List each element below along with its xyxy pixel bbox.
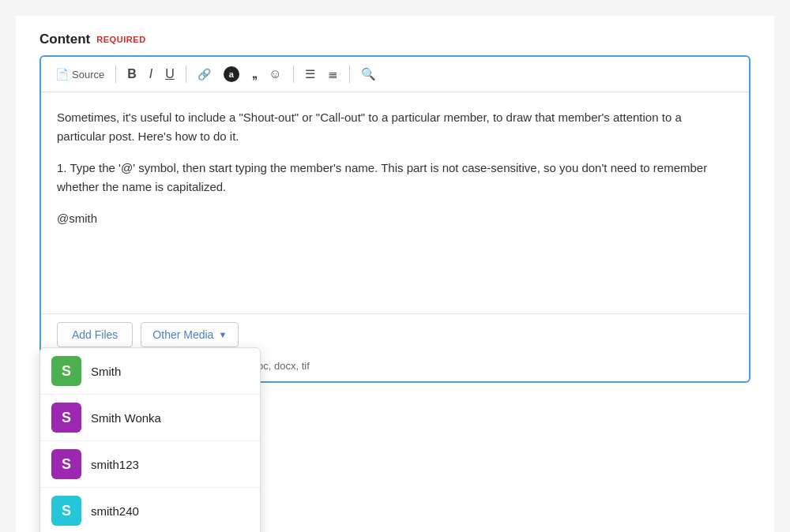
editor-content-area[interactable]: Sometimes, it's useful to include a "Sho… bbox=[41, 92, 749, 313]
mention-item-smith-wonka[interactable]: S Smith Wonka bbox=[40, 395, 260, 441]
toolbar-divider-2 bbox=[186, 66, 186, 83]
search-content-icon: 🔍 bbox=[361, 67, 376, 81]
quote-icon: ,, bbox=[252, 66, 256, 82]
ordered-list-icon: ≣ bbox=[328, 67, 338, 81]
toolbar: 📄 Source B I U 🔗 a ,, bbox=[41, 57, 749, 92]
underline-button[interactable]: U bbox=[160, 64, 179, 84]
bold-button[interactable]: B bbox=[122, 64, 141, 84]
mention-dropdown: S Smith S Smith Wonka S smith123 S smith… bbox=[40, 347, 261, 532]
emoji-icon: ☺ bbox=[269, 67, 281, 81]
mention-name-smith-wonka: Smith Wonka bbox=[91, 411, 161, 425]
mention-name-smith123: smith123 bbox=[91, 458, 139, 471]
avatar-smith240: S bbox=[51, 496, 81, 526]
quote-button[interactable]: ,, bbox=[247, 63, 261, 85]
avatar-smith123: S bbox=[51, 449, 81, 479]
mention-item-smith[interactable]: S Smith bbox=[40, 348, 260, 395]
add-files-button[interactable]: Add Files bbox=[57, 322, 133, 347]
source-button[interactable]: 📄 Source bbox=[51, 65, 109, 84]
italic-button[interactable]: I bbox=[145, 64, 157, 84]
field-label-text: Content bbox=[40, 32, 90, 47]
bullet-list-button[interactable]: ☰ bbox=[300, 64, 320, 84]
link-button[interactable]: 🔗 bbox=[193, 65, 216, 84]
toolbar-divider-1 bbox=[115, 66, 116, 83]
avatar-smith: S bbox=[51, 356, 81, 386]
ordered-list-button[interactable]: ≣ bbox=[323, 64, 343, 84]
chevron-down-icon: ▼ bbox=[218, 330, 227, 339]
avatar-smith-wonka: S bbox=[51, 403, 81, 433]
link-icon: 🔗 bbox=[198, 68, 211, 81]
editor-paragraph-1: Sometimes, it's useful to include a "Sho… bbox=[57, 108, 733, 146]
field-label-row: Content REQUIRED bbox=[40, 32, 750, 47]
editor-paragraph-2: 1. Type the '@' symbol, then start typin… bbox=[57, 159, 733, 197]
other-media-button[interactable]: Other Media ▼ bbox=[141, 322, 239, 347]
amazon-icon: a bbox=[224, 66, 239, 82]
search-content-button[interactable]: 🔍 bbox=[356, 64, 381, 84]
toolbar-divider-3 bbox=[293, 66, 294, 83]
emoji-button[interactable]: ☺ bbox=[264, 64, 286, 84]
toolbar-divider-4 bbox=[349, 66, 350, 83]
source-file-icon: 📄 bbox=[55, 68, 69, 81]
amazon-button[interactable]: a bbox=[219, 63, 244, 85]
mention-item-smith240[interactable]: S smith240 bbox=[40, 488, 260, 532]
mention-item-smith123[interactable]: S smith123 bbox=[40, 441, 260, 488]
required-badge: REQUIRED bbox=[96, 35, 145, 44]
editor-container: 📄 Source B I U 🔗 a ,, bbox=[40, 55, 750, 383]
mention-name-smith: Smith bbox=[91, 365, 121, 378]
editor-mention-text: @smith bbox=[57, 209, 733, 228]
mention-name-smith240: smith240 bbox=[91, 504, 139, 518]
bullet-list-icon: ☰ bbox=[305, 67, 315, 81]
page-wrapper: Content REQUIRED 📄 Source B I U 🔗 bbox=[16, 16, 774, 532]
